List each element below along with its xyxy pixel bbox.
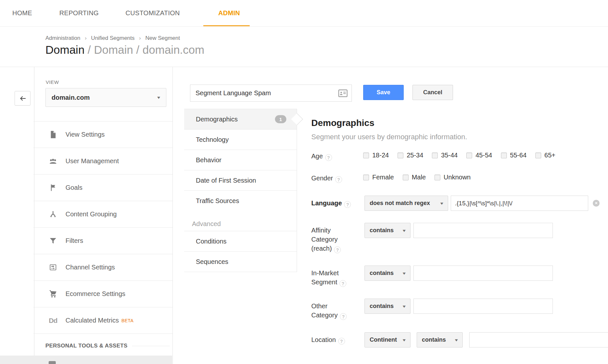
help-icon[interactable]: ? [340, 280, 346, 287]
clear-icon[interactable]: ✕ [593, 200, 600, 207]
panel-title: Demographics [311, 118, 375, 128]
cancel-button[interactable]: Cancel [412, 85, 453, 100]
breadcrumb-new-segment[interactable]: New Segment [145, 35, 180, 41]
view-selector-dropdown[interactable]: domain.com ▼ [45, 88, 166, 107]
age-option: 18-24 [363, 152, 389, 159]
checkbox-label: Female [372, 174, 394, 181]
tab-demographics[interactable]: Demographics 1 [184, 109, 297, 130]
advanced-section-label: Advanced [184, 211, 297, 231]
sidebar-item-user-management[interactable]: User Management [33, 148, 173, 175]
chevron-down-icon: ▼ [156, 96, 161, 99]
sidebar-item-list: View Settings User Management Goals Cont… [33, 121, 173, 334]
checkbox-55-64[interactable] [501, 153, 507, 158]
location-operator-dropdown[interactable]: contains ▼ [417, 332, 463, 347]
sidebar-item-partial[interactable] [0, 356, 172, 364]
breadcrumb-unified-segments[interactable]: Unified Segments [91, 35, 135, 41]
age-label: Age? [311, 150, 363, 161]
section-rule [132, 346, 170, 346]
checkbox-female[interactable] [363, 175, 369, 180]
help-icon[interactable]: ? [325, 154, 332, 161]
age-option: 25-34 [398, 152, 423, 159]
chevron-down-icon: ▼ [402, 338, 407, 342]
segments-icon-partial [49, 361, 56, 364]
tab-behavior[interactable]: Behavior [184, 150, 297, 170]
other-category-value-input[interactable] [413, 299, 553, 314]
checkbox-unknown[interactable] [435, 175, 440, 180]
checkbox-25-34[interactable] [398, 153, 403, 158]
save-button[interactable]: Save [363, 85, 404, 100]
gender-label-text: Gender [311, 175, 333, 182]
location-label-text: Location [311, 336, 336, 343]
sidebar-item-ecommerce-settings[interactable]: Ecommerce Settings [33, 281, 173, 307]
dropdown-value: contains [422, 336, 446, 343]
sidebar-item-label: Calculated Metrics [66, 317, 119, 324]
page-title-primary: Domain [45, 43, 85, 56]
sidebar-item-view-settings[interactable]: View Settings [33, 121, 173, 148]
sidebar-item-content-grouping[interactable]: Content Grouping [33, 201, 173, 228]
breadcrumb-administration[interactable]: Administration [45, 35, 80, 41]
checkbox-label: 45-54 [475, 152, 492, 159]
checkbox-65plus[interactable] [535, 153, 541, 158]
checkbox-45-54[interactable] [466, 153, 472, 158]
sidebar-item-label: Channel Settings [66, 264, 115, 271]
view-column-label: VIEW [46, 79, 59, 85]
other-category-operator-dropdown[interactable]: contains ▼ [364, 299, 411, 314]
sidebar-item-goals[interactable]: Goals [33, 175, 173, 201]
language-value-input[interactable] [451, 196, 588, 211]
location-value-input[interactable] [469, 332, 608, 347]
checkbox-label: 35-44 [441, 152, 458, 159]
sidebar-item-channel-settings[interactable]: Channel Settings [33, 254, 173, 281]
tab-conditions[interactable]: Conditions [184, 231, 297, 252]
tab-sequences[interactable]: Sequences [184, 252, 297, 272]
help-icon[interactable]: ? [334, 246, 341, 253]
checkbox-18-24[interactable] [363, 153, 369, 158]
tab-date-of-first-session[interactable]: Date of First Session [184, 170, 297, 191]
affinity-value-input[interactable] [413, 223, 553, 238]
arrow-left-icon [19, 95, 27, 102]
age-options: 18-24 25-34 35-44 45-54 55-64 65+ [363, 150, 555, 159]
language-operator-dropdown[interactable]: does not match regex ▼ [364, 196, 448, 211]
contact-card-icon[interactable] [338, 89, 348, 97]
location-dimension-dropdown[interactable]: Continent ▼ [364, 332, 411, 347]
language-label: Language? [311, 196, 363, 208]
gender-option: Male [403, 174, 426, 181]
help-icon[interactable]: ? [335, 176, 342, 183]
flag-icon [49, 183, 57, 192]
affinity-category-label: Affinity Category (reach)? [311, 223, 355, 253]
advanced-label-text: Advanced [192, 220, 221, 228]
nav-customization[interactable]: CUSTOMIZATION [125, 0, 180, 26]
help-icon[interactable]: ? [338, 338, 345, 345]
age-option: 65+ [535, 152, 555, 159]
other-category-row: Other Category? contains ▼ [311, 299, 553, 320]
chevron-down-icon: ▼ [402, 271, 407, 275]
sidebar-item-filters[interactable]: Filters [33, 228, 173, 254]
gender-label: Gender? [311, 172, 363, 183]
affinity-operator-dropdown[interactable]: contains ▼ [364, 223, 411, 238]
tab-technology[interactable]: Technology [184, 130, 297, 150]
affinity-label-text: Affinity Category (reach) [311, 227, 338, 252]
personal-tools-label: PERSONAL TOOLS & ASSETS [45, 343, 127, 349]
help-icon[interactable]: ? [340, 313, 347, 320]
collapse-sidebar-button[interactable] [15, 91, 30, 106]
segment-name-input[interactable] [190, 85, 352, 101]
tab-label: Technology [196, 136, 229, 143]
age-row: Age? 18-24 25-34 35-44 45-54 55-64 65+ [311, 150, 555, 161]
nav-reporting[interactable]: REPORTING [59, 0, 99, 26]
sidebar-item-label: View Settings [66, 131, 105, 138]
demographics-panel: Demographics Segment your users by demog… [311, 114, 608, 364]
checkbox-male[interactable] [403, 175, 409, 180]
checkbox-35-44[interactable] [432, 153, 438, 158]
chevron-down-icon: ▼ [402, 304, 407, 308]
in-market-operator-dropdown[interactable]: contains ▼ [364, 266, 411, 281]
sidebar-item-calculated-metrics[interactable]: Dd Calculated Metrics BETA [33, 307, 173, 334]
help-icon[interactable]: ? [344, 201, 351, 208]
in-market-label-text: In-Market Segment [311, 269, 339, 286]
tab-traffic-sources[interactable]: Traffic Sources [184, 191, 297, 211]
nav-admin[interactable]: ADMIN [218, 0, 240, 26]
dd-icon: Dd [49, 316, 57, 325]
view-selector-value: domain.com [52, 94, 90, 101]
in-market-value-input[interactable] [413, 266, 553, 281]
channel-icon [49, 263, 57, 272]
age-option: 45-54 [466, 152, 492, 159]
nav-home[interactable]: HOME [12, 0, 32, 26]
